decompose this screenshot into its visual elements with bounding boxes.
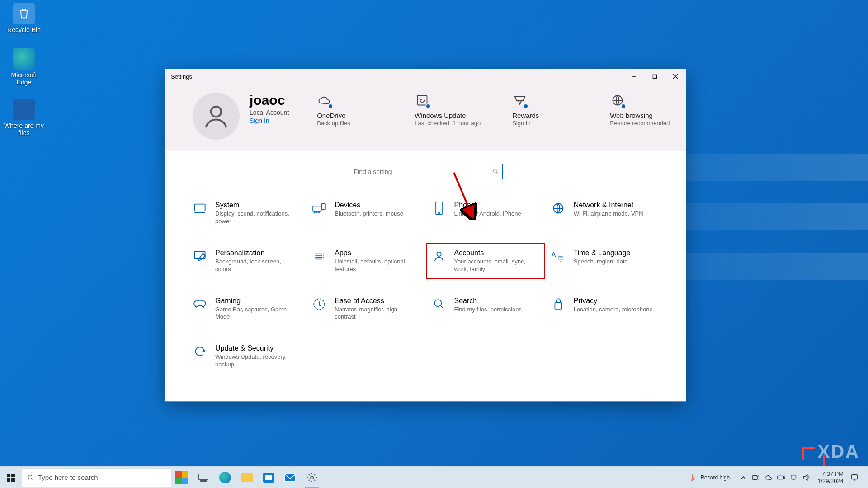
svg-rect-22 (7, 474, 10, 477)
category-gaming[interactable]: GamingGame Bar, captures, Game Mode (191, 295, 302, 323)
search-input[interactable] (349, 168, 489, 175)
system-icon (193, 201, 207, 216)
category-network[interactable]: Network & InternetWi-Fi, airplane mode, … (549, 199, 660, 227)
thermometer-icon (688, 473, 697, 482)
mail-icon (284, 473, 296, 482)
svg-point-11 (318, 212, 319, 213)
show-desktop-button[interactable] (862, 467, 865, 488)
category-sub: Narrator, magnifier, high contrast (335, 306, 414, 321)
category-sub: Bluetooth, printers, mouse (335, 210, 403, 218)
settings-search[interactable] (349, 164, 503, 179)
clock-date: 1/29/2024 (817, 478, 844, 485)
svg-rect-28 (201, 480, 206, 481)
desktop-icon-label: Where are my files (4, 122, 44, 136)
taskbar-item-edge[interactable] (214, 467, 236, 488)
category-sub: Speech, region, date (574, 258, 631, 266)
tray-volume-icon[interactable] (801, 467, 812, 488)
taskbar-item-settings[interactable] (301, 467, 323, 488)
category-title: System (215, 201, 294, 209)
tray-chevron-up-icon[interactable] (738, 467, 749, 488)
status-card-sub: Back up files (317, 120, 389, 127)
update-security-icon (193, 344, 207, 359)
taskbar-item-store[interactable] (258, 467, 279, 488)
category-title: Personalization (215, 249, 294, 257)
status-card-onedrive[interactable]: OneDrive Back up files (317, 93, 389, 127)
files-icon (13, 99, 35, 120)
apps-icon (312, 249, 326, 263)
category-ease-of-access[interactable]: Ease of AccessNarrator, magnifier, high … (310, 295, 421, 323)
svg-rect-0 (653, 75, 656, 78)
close-button[interactable] (665, 69, 686, 84)
user-name: joaoc (250, 93, 289, 108)
status-card-title: OneDrive (317, 112, 389, 119)
tray-network-icon[interactable] (788, 467, 799, 488)
taskbar-item-puzzle[interactable] (171, 467, 193, 488)
desktop-icon-where-are-my-files[interactable]: Where are my files (4, 99, 44, 136)
titlebar[interactable]: Settings (165, 69, 686, 84)
category-personalization[interactable]: PersonalizationBackground, lock screen, … (191, 247, 302, 275)
svg-point-1 (211, 107, 222, 117)
taskbar-search[interactable]: Type here to search (22, 469, 171, 487)
tray-notifications-icon[interactable] (849, 467, 860, 488)
category-privacy[interactable]: PrivacyLocation, camera, microphone (549, 295, 660, 323)
category-devices[interactable]: DevicesBluetooth, printers, mouse (310, 199, 421, 227)
taskbar-clock[interactable]: 7:37 PM 1/29/2024 (814, 470, 847, 484)
desktop-icon-label: Recycle Bin (4, 26, 44, 33)
update-icon (415, 93, 430, 108)
weather-text: Record high (700, 474, 730, 481)
phone-icon (432, 201, 446, 216)
status-card-rewards[interactable]: Rewards Sign In (512, 93, 585, 127)
category-phone[interactable]: PhoneLink your Android, iPhone (430, 199, 541, 227)
category-system[interactable]: SystemDisplay, sound, notifications, pow… (191, 199, 302, 227)
svg-point-30 (311, 476, 313, 479)
category-accounts[interactable]: AccountsYour accounts, email, sync, work… (430, 247, 541, 275)
globe-icon (610, 93, 625, 108)
window-controls (623, 69, 686, 84)
taskbar: Type here to search Record high 7:37 PM … (0, 466, 868, 488)
status-card-web-browsing[interactable]: Web browsing Restore recommended (610, 93, 682, 127)
category-update-security[interactable]: Update & SecurityWindows Update, recover… (191, 343, 302, 371)
time-language-icon: A字 (551, 249, 566, 263)
gear-icon (307, 472, 317, 483)
svg-rect-21 (555, 302, 561, 309)
taskbar-item-file-explorer[interactable] (236, 467, 258, 488)
cloud-icon (317, 93, 332, 108)
tray-onedrive-icon[interactable] (763, 467, 774, 488)
tray-battery-icon[interactable] (776, 467, 787, 488)
search-icon (27, 474, 34, 481)
maximize-button[interactable] (644, 69, 665, 84)
category-title: Search (454, 297, 522, 305)
category-title: Phone (454, 201, 521, 209)
settings-window: Settings joaoc Local Account Sign In One… (165, 69, 686, 402)
svg-point-9 (314, 212, 315, 213)
desktop-icon-recycle-bin[interactable]: Recycle Bin (4, 3, 44, 33)
category-search[interactable]: SearchFind my files, permissions (430, 295, 541, 323)
category-title: Accounts (454, 249, 533, 257)
taskbar-search-placeholder: Type here to search (38, 474, 98, 481)
desktop-icon-microsoft-edge[interactable]: Microsoft Edge (4, 48, 44, 86)
taskbar-item-mail[interactable] (279, 467, 301, 488)
sign-in-link[interactable]: Sign In (250, 117, 289, 124)
xda-watermark: XDA (802, 441, 860, 462)
category-apps[interactable]: AppsUninstall, defaults, optional featur… (310, 247, 421, 275)
status-card-windows-update[interactable]: Windows Update Last checked: 1 hour ago (415, 93, 487, 127)
category-time-language[interactable]: A字 Time & LanguageSpeech, region, date (549, 247, 660, 275)
category-title: Ease of Access (335, 297, 414, 305)
svg-text:A: A (552, 251, 556, 258)
svg-rect-24 (7, 478, 10, 482)
svg-point-10 (316, 212, 317, 213)
taskbar-pinned (171, 467, 323, 488)
tray-meet-now-icon[interactable] (750, 467, 761, 488)
status-card-title: Rewards (512, 112, 585, 119)
category-sub: Wi-Fi, airplane mode, VPN (574, 210, 643, 218)
personalization-icon (193, 249, 207, 263)
avatar[interactable] (193, 93, 240, 140)
svg-rect-25 (11, 478, 15, 482)
store-icon (263, 473, 274, 483)
taskbar-weather[interactable]: Record high (685, 473, 732, 482)
minimize-button[interactable] (623, 69, 644, 84)
start-button[interactable] (0, 467, 22, 488)
category-sub: Uninstall, defaults, optional features (335, 258, 414, 273)
svg-point-4 (493, 169, 496, 172)
taskbar-item-task-view[interactable] (193, 467, 214, 488)
